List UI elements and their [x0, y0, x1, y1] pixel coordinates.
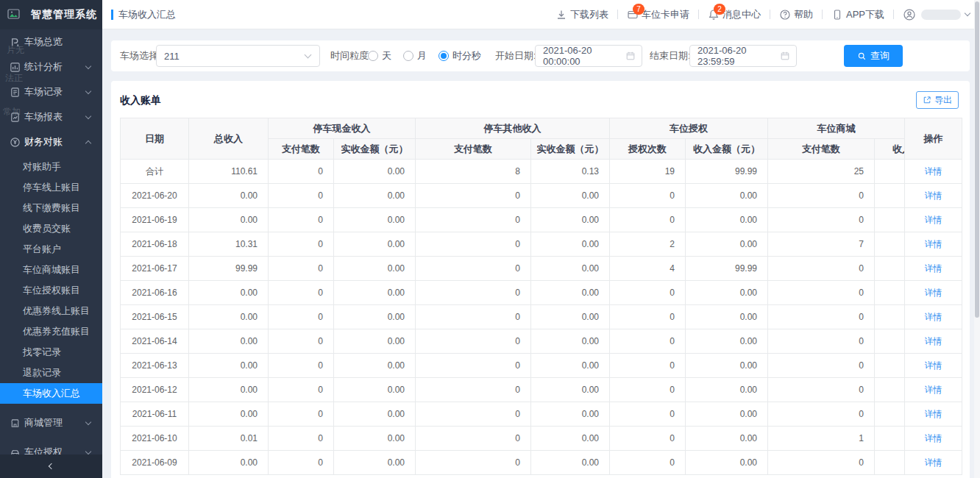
value-cell: 0 [269, 257, 334, 281]
value-cell: 0 [416, 402, 531, 427]
value-cell [875, 451, 905, 475]
page-scrollbar[interactable] [974, 0, 980, 478]
table-row: 2021-06-190.0000.0000.0000.000详情 [121, 208, 962, 232]
value-cell: 0.00 [531, 305, 610, 329]
date-cell: 2021-06-14 [121, 329, 189, 354]
sidebar-subitem[interactable]: 停车线上账目 [0, 177, 102, 198]
value-cell: 0 [416, 354, 531, 378]
value-cell: 0.00 [334, 451, 416, 475]
granularity-radio-天[interactable]: 天 [368, 49, 391, 63]
sidebar-subitem[interactable]: 收费员交账 [0, 218, 102, 239]
chevron-left-icon [49, 463, 54, 469]
end-date-input[interactable]: 2021-06-20 23:59:59 [689, 45, 797, 67]
detail-link[interactable]: 详情 [925, 215, 942, 225]
sidebar-item-label: 商城管理 [24, 416, 63, 429]
granularity-radio-时分秒[interactable]: 时分秒 [438, 49, 481, 63]
detail-link[interactable]: 详情 [925, 288, 942, 298]
topbar-action-label: 消息中心 [722, 8, 761, 21]
sidebar-subitem-active[interactable]: 车场收入汇总 [0, 383, 102, 404]
table-row: 2021-06-1799.9900.0000.00499.990详情 [121, 257, 962, 281]
detail-link[interactable]: 详情 [925, 385, 942, 395]
topbar-action-message-center[interactable]: 2消息中心 [708, 8, 761, 21]
detail-link[interactable]: 详情 [925, 360, 942, 371]
value-cell: 0 [269, 329, 334, 354]
overview-icon [10, 37, 21, 48]
granularity-radio-月[interactable]: 月 [403, 49, 427, 63]
detail-link[interactable]: 详情 [925, 409, 942, 419]
sidebar-item-lot-reports[interactable]: 车场报表 [0, 104, 102, 129]
sidebar-subitem[interactable]: 平台账户 [0, 239, 102, 260]
action-cell: 详情 [905, 281, 962, 305]
sidebar-subitem[interactable]: 对账助手 [0, 157, 102, 177]
value-cell: 0.00 [189, 329, 269, 354]
detail-link[interactable]: 详情 [925, 239, 942, 249]
notification-badge: 7 [633, 4, 645, 15]
sidebar-item-finance-recon[interactable]: 财务对账 [0, 129, 102, 154]
detail-link[interactable]: 详情 [925, 336, 942, 346]
start-date-input[interactable]: 2021-06-20 00:00:00 [535, 45, 642, 67]
value-cell: 0.00 [686, 305, 768, 329]
value-cell: 0 [768, 208, 875, 232]
export-button[interactable]: 导出 [916, 91, 959, 109]
scrollbar-thumb[interactable] [975, 1, 979, 318]
col-action: 操作 [905, 118, 962, 160]
value-cell: 19 [610, 160, 686, 184]
value-cell: 0 [768, 184, 875, 208]
sidebar-subitem[interactable]: 车位商城账目 [0, 260, 102, 280]
value-cell: 0.00 [686, 378, 768, 402]
value-cell: 0.00 [334, 257, 416, 281]
detail-link[interactable]: 详情 [925, 457, 942, 468]
topbar-action-help[interactable]: 帮助 [779, 8, 813, 21]
value-cell: 0 [416, 232, 531, 257]
user-menu[interactable] [903, 8, 970, 21]
chevron-down-icon [305, 51, 312, 59]
col-sub-mall-1: 收入金额（元） [875, 139, 905, 160]
value-cell [875, 208, 905, 232]
col-sub-other-1: 实收金额（元） [531, 139, 610, 160]
detail-link[interactable]: 详情 [925, 263, 942, 274]
lot-select[interactable]: 211 [156, 45, 320, 67]
detail-link[interactable]: 详情 [925, 166, 942, 176]
date-cell: 2021-06-10 [121, 427, 189, 451]
value-cell: 0.00 [686, 184, 768, 208]
detail-link[interactable]: 详情 [925, 433, 942, 443]
col-sub-cash-1: 实收金额（元） [334, 139, 416, 160]
sidebar-item-mall-management[interactable]: 商城管理 [0, 410, 102, 435]
action-cell: 详情 [905, 451, 962, 475]
sidebar-subitem[interactable]: 车位授权账目 [0, 280, 102, 301]
export-button-label: 导出 [934, 94, 952, 107]
value-cell: 0.00 [334, 354, 416, 378]
date-cell: 合计 [121, 160, 189, 184]
sidebar-subitem[interactable]: 线下缴费账目 [0, 198, 102, 218]
date-cell: 2021-06-15 [121, 305, 189, 329]
sidebar-item-stat-analysis[interactable]: 统计分析 [0, 54, 102, 79]
detail-link[interactable]: 详情 [925, 312, 942, 322]
granularity-label: 时间粒度: [330, 40, 372, 71]
value-cell: 0 [269, 160, 334, 184]
table-row: 2021-06-1810.3100.0000.0020.007详情 [121, 232, 962, 257]
query-button[interactable]: 查询 [844, 45, 903, 67]
value-cell: 0 [768, 281, 875, 305]
value-cell: 0 [416, 208, 531, 232]
detail-link[interactable]: 详情 [925, 190, 942, 201]
sidebar-item-lot-overview[interactable]: 车场总览 [0, 29, 102, 54]
sidebar-subitem[interactable]: 找零记录 [0, 342, 102, 363]
topbar-action-app-download[interactable]: APP下载 [831, 8, 884, 21]
topbar-action-download-list[interactable]: 下载列表 [555, 8, 608, 21]
radio-dot [438, 51, 449, 61]
value-cell [875, 378, 905, 402]
chevron-down-icon [85, 63, 91, 69]
sidebar-collapse-button[interactable] [0, 454, 102, 478]
sidebar-subitem[interactable]: 优惠券充值账目 [0, 321, 102, 342]
value-cell: 0.00 [531, 208, 610, 232]
sidebar-item-lot-records[interactable]: 车场记录 [0, 79, 102, 104]
topbar-action-parking-card-apply[interactable]: 7车位卡申请 [627, 8, 689, 21]
app-title: 智慧管理系统 [31, 8, 97, 21]
sidebar-submenu-finance-recon: 对账助手停车线上账目线下缴费账目收费员交账平台账户车位商城账目车位授权账目优惠券… [0, 154, 102, 406]
date-cell: 2021-06-19 [121, 208, 189, 232]
value-cell: 0.00 [334, 184, 416, 208]
sidebar-subitem[interactable]: 优惠券线上账目 [0, 301, 102, 321]
date-cell: 2021-06-18 [121, 232, 189, 257]
value-cell: 1 [768, 427, 875, 451]
sidebar-subitem[interactable]: 退款记录 [0, 363, 102, 383]
